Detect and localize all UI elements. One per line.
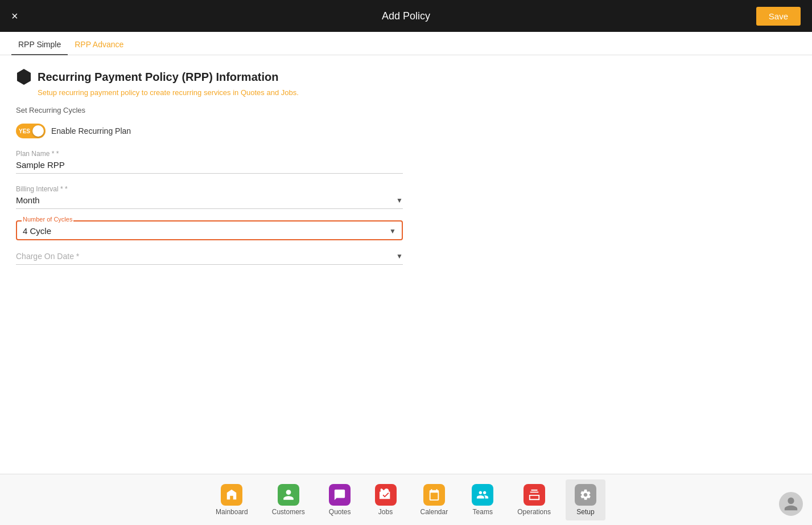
close-button[interactable]: × [11,10,18,22]
number-of-cycles-dropdown-arrow: ▼ [389,227,396,235]
toggle-yes-label: YES [19,128,30,134]
quotes-label: Quotes [329,508,351,516]
mainboard-label: Mainboard [216,508,248,516]
setup-icon [575,484,596,506]
calendar-icon [423,484,445,506]
tab-rpp-advance[interactable]: RPP Advance [68,34,130,55]
section-subtitle: Setup recurring payment policy to create… [16,88,796,97]
number-of-cycles-select[interactable]: 4 Cycle ▼ [23,226,396,236]
enable-recurring-label: Enable Recurring Plan [51,126,131,136]
tab-rpp-simple[interactable]: RPP Simple [11,34,68,55]
nav-item-operations[interactable]: Operations [508,479,560,520]
section-header: Recurring Payment Policy (RPP) Informati… [16,69,796,85]
teams-label: Teams [473,508,493,516]
calendar-label: Calendar [421,508,448,516]
plan-name-field: Plan Name * Sample RPP [16,150,403,174]
charge-on-date-select[interactable]: Charge On Date * ▼ [16,252,403,265]
page-title: Add Policy [382,10,430,22]
customers-label: Customers [272,508,305,516]
operations-label: Operations [517,508,551,516]
billing-interval-dropdown-arrow: ▼ [396,196,403,204]
operations-icon [524,484,545,506]
charge-on-date-field: Charge On Date * ▼ [16,252,403,265]
nav-item-mainboard[interactable]: Mainboard [207,479,257,520]
nav-item-customers[interactable]: Customers [263,479,314,520]
quotes-icon [329,484,351,506]
plan-name-label: Plan Name * [16,150,403,158]
avatar[interactable] [779,492,803,516]
nav-item-teams[interactable]: Teams [463,479,502,520]
billing-interval-field: Billing Interval * Month ▼ [16,185,403,209]
nav-item-calendar[interactable]: Calendar [411,479,457,520]
enable-recurring-toggle-row: YES Enable Recurring Plan [16,124,796,138]
enable-recurring-toggle[interactable]: YES [16,124,46,138]
number-of-cycles-label: Number of Cycles [22,216,73,223]
section-title: Recurring Payment Policy (RPP) Informati… [38,71,278,84]
nav-item-jobs[interactable]: Jobs [366,479,406,520]
charge-on-date-dropdown-arrow: ▼ [396,252,403,260]
cycles-label: Set Recurring Cycles [16,106,796,114]
plan-name-value[interactable]: Sample RPP [16,160,403,174]
header: × Add Policy Save [0,0,812,32]
jobs-label: Jobs [378,508,393,516]
customers-icon [278,484,299,506]
tabs-bar: RPP Simple RPP Advance [0,34,812,55]
main-content: Recurring Payment Policy (RPP) Informati… [0,55,812,290]
number-of-cycles-field: Number of Cycles 4 Cycle ▼ [16,220,403,240]
nav-item-setup[interactable]: Setup [566,479,605,520]
charge-on-date-label: Charge On Date * [16,252,79,261]
billing-interval-select[interactable]: Month ▼ [16,195,403,209]
nav-item-quotes[interactable]: Quotes [320,479,360,520]
toggle-thumb [32,125,44,137]
jobs-icon [375,484,397,506]
bottom-nav: Mainboard Customers Quotes Jobs Calendar… [0,474,812,525]
teams-icon [472,484,493,506]
hex-icon [16,69,32,85]
billing-interval-label: Billing Interval * [16,185,403,193]
setup-label: Setup [576,508,594,516]
billing-interval-value: Month [16,195,40,205]
save-button[interactable]: Save [756,7,801,26]
mainboard-icon [221,484,242,506]
number-of-cycles-value: 4 Cycle [23,226,51,236]
